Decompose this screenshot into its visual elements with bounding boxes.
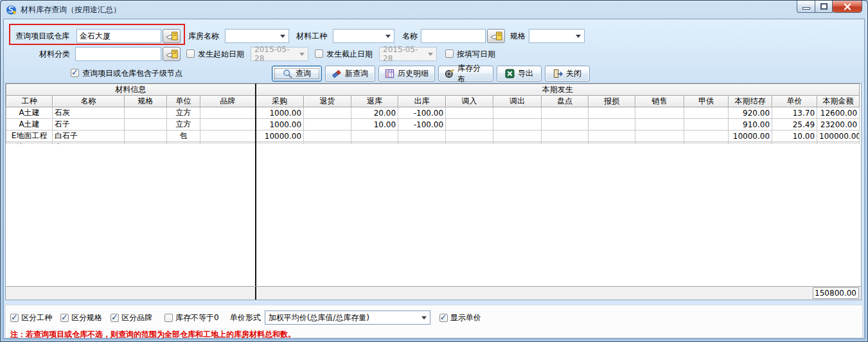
project-input[interactable]	[76, 29, 161, 43]
cell	[589, 119, 635, 130]
title-bar: 材料库存查询（按用途汇总）	[1, 1, 867, 19]
history-table-icon	[385, 69, 394, 78]
cell: 10.00	[772, 130, 817, 142]
spec-select[interactable]	[529, 29, 585, 43]
options-row: 区分工种 区分规格 区分品牌 库存不等于0 单价形式 加权平均价(总库值/总库存…	[6, 305, 862, 325]
cell: 910.00	[729, 119, 772, 130]
name-browse-button[interactable]	[487, 29, 505, 43]
inventory-table: 材料信息 本期发生 工种名称规格单位品牌采购退货退库出库调入调出盘点报损销售甲供…	[6, 84, 860, 154]
cell: 石子	[53, 119, 125, 130]
cell	[589, 107, 635, 119]
column-header[interactable]: 本期金额	[817, 96, 860, 107]
column-header[interactable]: 调入	[446, 96, 493, 107]
price-mode-select[interactable]: 加权平均价(总库值/总库存量)	[265, 310, 430, 325]
cell	[200, 130, 256, 142]
spec-label: 规格	[510, 29, 526, 43]
category-browse-button[interactable]	[163, 47, 181, 61]
cell	[446, 130, 493, 142]
column-header[interactable]: 甲供	[684, 96, 729, 107]
category-input[interactable]	[75, 47, 161, 61]
stock-distribution-button[interactable]: 库存分布	[438, 66, 493, 82]
cell	[635, 130, 684, 142]
new-query-button[interactable]: 新查询	[325, 66, 375, 82]
by-spec-checkbox[interactable]	[60, 314, 69, 322]
minimize-icon	[802, 7, 810, 10]
column-header[interactable]: 单位	[167, 96, 200, 107]
close-form-button[interactable]: 关闭	[545, 66, 590, 82]
project-browse-button[interactable]	[163, 29, 181, 43]
cell	[542, 107, 589, 119]
cell: 12600.00	[817, 107, 860, 119]
start-date-checkbox[interactable]	[186, 50, 195, 58]
show-price-label: 显示单价	[450, 312, 481, 323]
cell: -100.00	[398, 119, 446, 130]
cell: 石灰	[53, 107, 125, 119]
cell	[589, 130, 635, 142]
maximize-icon	[820, 3, 828, 10]
amount-total: 150800.00	[813, 287, 859, 299]
inventory-grid: 材料信息 本期发生 工种名称规格单位品牌采购退货退库出库调入调出盘点报损销售甲供…	[5, 83, 862, 300]
nonzero-checkbox[interactable]	[164, 314, 173, 322]
cell: 1000.00	[256, 119, 304, 130]
column-header[interactable]: 名称	[53, 96, 125, 107]
warehouse-select[interactable]	[225, 29, 289, 43]
cell: 20.00	[351, 107, 398, 119]
show-price-checkbox[interactable]	[439, 314, 448, 322]
column-header[interactable]: 规格	[125, 96, 167, 107]
trade-label: 材料工种	[296, 29, 327, 43]
by-brand-checkbox[interactable]	[111, 314, 119, 322]
cell	[446, 107, 493, 119]
cell	[398, 130, 446, 142]
by-trade-checkbox[interactable]	[10, 314, 19, 322]
option-show-price: 显示单价	[439, 312, 481, 323]
column-header[interactable]: 销售	[635, 96, 684, 107]
include-children-checkbox[interactable]	[71, 69, 79, 77]
export-button[interactable]: 导出	[497, 66, 542, 82]
column-header[interactable]: 退库	[351, 96, 398, 107]
cell: -100.00	[398, 107, 446, 119]
cell	[684, 130, 729, 142]
column-header[interactable]: 退货	[304, 96, 351, 107]
column-header[interactable]: 工种	[6, 96, 53, 107]
start-date-select[interactable]: 2015-05-28	[251, 47, 308, 61]
fill-date-checkbox[interactable]	[445, 50, 454, 58]
group-header-current-period: 本期发生	[256, 84, 860, 96]
cell: A土建	[6, 107, 53, 119]
group-header-material-info: 材料信息	[6, 84, 256, 96]
cell	[125, 119, 167, 130]
column-header[interactable]: 单价	[772, 96, 817, 107]
chevron-down-icon	[576, 35, 581, 38]
column-header[interactable]: 报损	[589, 96, 635, 107]
table-row[interactable]: A土建石子立方1000.0010.00-100.00910.0025.49232…	[6, 119, 860, 130]
cell: 23200.00	[817, 119, 860, 130]
history-detail-button[interactable]: 历史明细	[378, 66, 435, 82]
close-button[interactable]	[833, 1, 862, 13]
maximize-button[interactable]	[815, 1, 833, 13]
query-button[interactable]: 查询	[272, 66, 322, 82]
table-row[interactable]: A土建石灰立方1000.0020.00-100.00920.0013.70126…	[6, 107, 860, 119]
name-input[interactable]	[421, 29, 486, 43]
column-header[interactable]: 采购	[256, 96, 304, 107]
chevron-down-icon	[385, 35, 391, 38]
excel-icon	[505, 69, 515, 78]
grid-empty-area[interactable]	[6, 144, 861, 286]
cell	[200, 107, 256, 119]
warehouse-label: 库房名称	[188, 29, 219, 43]
end-date-checkbox[interactable]	[315, 50, 323, 58]
frozen-column-divider	[255, 287, 256, 300]
app-window: 材料库存查询（按用途汇总） 查询项目或仓库	[0, 0, 868, 342]
end-date-select[interactable]: 2015-05-28	[379, 47, 437, 61]
column-header[interactable]: 本期结存	[729, 96, 772, 107]
trade-select[interactable]	[333, 29, 394, 43]
minimize-button[interactable]	[797, 1, 815, 13]
chevron-down-icon	[280, 35, 285, 38]
export-button-label: 导出	[518, 68, 533, 79]
column-header[interactable]: 出库	[398, 96, 446, 107]
column-header[interactable]: 调出	[493, 96, 542, 107]
grid-footer: 150800.00	[6, 286, 861, 300]
column-header[interactable]: 盘点	[542, 96, 589, 107]
cell: E地面工程	[6, 130, 53, 142]
footer-note: 注：若查询项目或仓库不选，则查询的范围为全部仓库和工地上的库房材料总和数。	[10, 329, 862, 339]
table-row[interactable]: E地面工程白石子包10000.0010000.0010.00100000.00	[6, 130, 860, 142]
column-header[interactable]: 品牌	[200, 96, 256, 107]
